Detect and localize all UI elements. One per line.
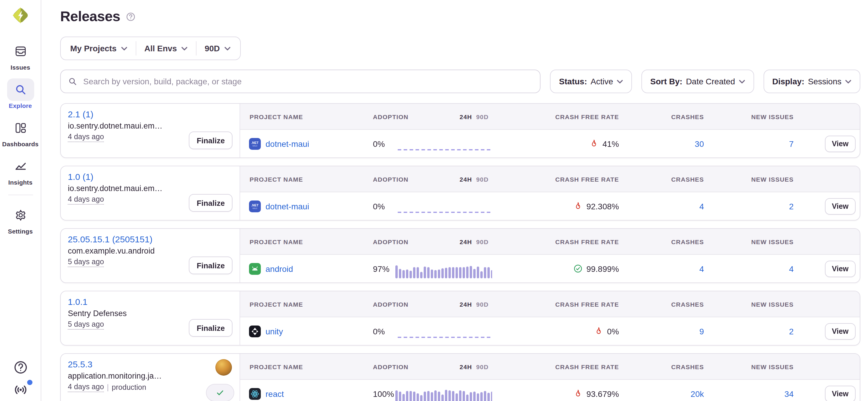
- adoption-bar: [416, 267, 419, 278]
- period-90d-toggle[interactable]: 90D: [476, 300, 489, 307]
- crashes-count-link[interactable]: 30: [626, 139, 709, 148]
- sentry-logo[interactable]: [10, 5, 31, 26]
- period-24h-toggle[interactable]: 24H: [460, 175, 472, 182]
- date-range-filter[interactable]: 90D: [205, 44, 230, 53]
- adoption-bar: [431, 392, 433, 401]
- adoption-bar: [420, 272, 423, 278]
- flame-icon: [594, 327, 603, 336]
- release-version-link[interactable]: 1.0 (1): [68, 172, 94, 181]
- view-button[interactable]: View: [825, 198, 856, 214]
- crashes-count-link[interactable]: 9: [626, 326, 709, 336]
- adoption-bar: [420, 395, 423, 401]
- flat-adoption-line: [398, 211, 491, 212]
- svg-text:.NET: .NET: [251, 203, 259, 207]
- flame-icon: [573, 202, 582, 210]
- adoption-bar: [413, 391, 415, 401]
- android-icon: [249, 263, 261, 274]
- adoption-bar: [491, 391, 492, 401]
- column-header-project-name: PROJECT NAME: [240, 363, 369, 370]
- status-dropdown[interactable]: Status: Active: [550, 70, 632, 93]
- crashes-count-link[interactable]: 4: [626, 201, 709, 211]
- release-table-header: PROJECT NAME ADOPTION 24H90D CRASH FREE …: [240, 166, 860, 192]
- period-90d-toggle[interactable]: 90D: [476, 113, 489, 120]
- adoption-bar: [487, 393, 490, 401]
- adoption-sparkline: [395, 138, 492, 153]
- release-table: PROJECT NAME ADOPTION 24H90D CRASH FREE …: [240, 104, 860, 158]
- project-link[interactable]: android: [266, 264, 293, 273]
- adoption-sparkline: [395, 388, 492, 401]
- view-button[interactable]: View: [825, 260, 856, 277]
- finalize-button[interactable]: Finalize: [189, 194, 232, 212]
- search-bar[interactable]: [60, 70, 541, 93]
- period-24h-toggle[interactable]: 24H: [460, 113, 472, 120]
- sidebar: Issues Explore Dashboards Insights: [0, 0, 41, 401]
- column-header-crash-free-rate: CRASH FREE RATE: [505, 113, 626, 120]
- period-90d-toggle[interactable]: 90D: [476, 175, 489, 182]
- column-header-crash-free-rate: CRASH FREE RATE: [505, 238, 626, 245]
- release-card: 25.5.3 application.monitoring.ja… 4 days…: [61, 354, 240, 401]
- period-24h-toggle[interactable]: 24H: [460, 300, 472, 307]
- new-issues-count-link[interactable]: 2: [709, 201, 797, 211]
- finalized-check-pill[interactable]: [206, 384, 234, 401]
- finalize-button[interactable]: Finalize: [189, 257, 232, 274]
- help-icon[interactable]: [13, 360, 28, 375]
- new-issues-count-link[interactable]: 2: [709, 326, 797, 336]
- release-version-link[interactable]: 2.1 (1): [68, 109, 94, 119]
- sidebar-item-settings[interactable]: Settings: [7, 204, 34, 235]
- sidebar-item-issues[interactable]: Issues: [7, 40, 34, 71]
- new-issues-count-link[interactable]: 34: [709, 389, 797, 398]
- sidebar-item-dashboards[interactable]: Dashboards: [2, 117, 38, 147]
- issues-icon: [7, 40, 34, 63]
- release-version-link[interactable]: 1.0.1: [68, 297, 88, 307]
- new-issues-count-link[interactable]: 7: [709, 139, 797, 148]
- finalize-button[interactable]: Finalize: [189, 132, 232, 149]
- notification-dot: [27, 380, 32, 385]
- period-90d-toggle[interactable]: 90D: [476, 238, 489, 245]
- search-icon: [68, 77, 77, 86]
- project-link[interactable]: unity: [266, 326, 283, 336]
- period-24h-toggle[interactable]: 24H: [460, 363, 472, 370]
- adoption-value: 97%: [373, 264, 395, 273]
- period-24h-toggle[interactable]: 24H: [460, 238, 472, 245]
- sidebar-item-insights[interactable]: Insights: [7, 155, 34, 186]
- crashes-count-link[interactable]: 20k: [626, 389, 709, 398]
- finalize-button[interactable]: Finalize: [189, 319, 232, 337]
- release-version-link[interactable]: 25.5.3: [68, 359, 92, 369]
- project-link[interactable]: react: [266, 389, 284, 398]
- adoption-sparkline: [395, 263, 492, 278]
- project-link[interactable]: dotnet-maui: [266, 139, 309, 148]
- crashes-count-link[interactable]: 4: [626, 264, 709, 273]
- adoption-bar: [441, 394, 444, 401]
- release-card: 1.0 (1) io.sentry.dotnet.maui.em… 4 days…: [61, 166, 240, 220]
- dashboards-icon: [7, 117, 34, 139]
- release-created-time: 4 days ago: [68, 383, 104, 392]
- view-button[interactable]: View: [825, 135, 856, 152]
- projects-filter[interactable]: My Projects: [70, 44, 127, 53]
- adoption-header-label: ADOPTION: [373, 113, 408, 120]
- sidebar-item-label: Dashboards: [2, 140, 38, 147]
- adoption-bar: [456, 393, 458, 401]
- release-version-link[interactable]: 25.05.15.1 (2505151): [68, 234, 153, 244]
- new-issues-count-link[interactable]: 4: [709, 264, 797, 273]
- environments-filter[interactable]: All Envs: [144, 44, 188, 53]
- release-block: 25.05.15.1 (2505151) com.example.vu.andr…: [60, 228, 860, 283]
- flat-adoption-line: [398, 336, 491, 338]
- project-link[interactable]: dotnet-maui: [266, 201, 309, 211]
- sidebar-item-explore[interactable]: Explore: [7, 78, 34, 109]
- view-button[interactable]: View: [825, 386, 856, 401]
- view-button[interactable]: View: [825, 323, 856, 339]
- question-circle-icon[interactable]: [125, 11, 135, 22]
- broadcast-icon[interactable]: [13, 382, 28, 397]
- column-header-crashes: CRASHES: [626, 363, 709, 370]
- view-cell: View: [797, 323, 860, 339]
- status-dropdown-value: Active: [591, 77, 613, 86]
- search-input[interactable]: [82, 76, 533, 87]
- period-90d-toggle[interactable]: 90D: [476, 363, 489, 370]
- column-header-adoption: ADOPTION 24H90D: [369, 113, 505, 120]
- adoption-bar: [470, 266, 472, 278]
- sidebar-item-label: Explore: [9, 102, 32, 109]
- sort-by-dropdown[interactable]: Sort By: Date Created: [642, 70, 754, 93]
- search-icon: [7, 78, 34, 101]
- column-header-crash-free-rate: CRASH FREE RATE: [505, 175, 626, 182]
- display-dropdown[interactable]: Display: Sessions: [763, 70, 860, 93]
